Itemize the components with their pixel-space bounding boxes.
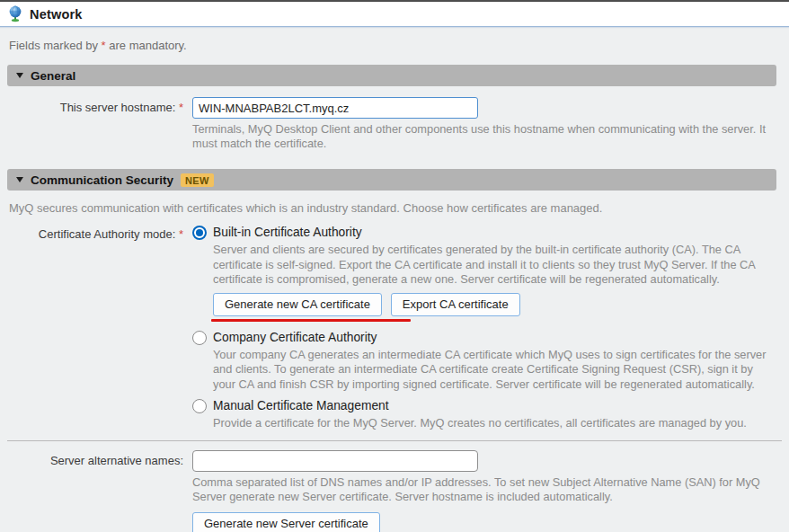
san-field-group: Comma separated list of DNS names and/or… (192, 450, 760, 532)
radio-builtin-ca[interactable]: Built-in Certificate Authority (192, 224, 772, 242)
generate-server-certificate-button[interactable]: Generate new Server certificate (192, 512, 380, 532)
collapse-triangle-icon (16, 177, 23, 182)
comm-security-intro: MyQ secures communication with certifica… (9, 201, 789, 215)
mandatory-note-suffix: are mandatory. (106, 39, 187, 52)
page-header: Network (0, 2, 789, 27)
collapse-triangle-icon (16, 73, 23, 78)
company-ca-description: Your company CA generates an intermediat… (213, 348, 772, 393)
hostname-label-text: This server hostname: (60, 101, 176, 114)
builtin-ca-description: Server and clients are secured by certif… (213, 243, 772, 288)
ca-mode-label: Certificate Authority mode: * (0, 224, 192, 242)
radio-selected-icon[interactable] (192, 226, 207, 240)
san-help: Comma separated list of DNS names and/or… (192, 475, 760, 504)
page-title: Network (30, 7, 83, 22)
radio-company-ca-label: Company Certificate Authority (213, 329, 377, 347)
radio-manual-cert-label: Manual Certificate Management (213, 397, 389, 415)
section-comm-security-title: Communication Security (31, 173, 173, 187)
radio-company-ca[interactable]: Company Certificate Authority (192, 329, 772, 347)
export-ca-certificate-button[interactable]: Export CA certificate (391, 293, 520, 316)
manual-cert-description: Provide a certificate for the MyQ Server… (213, 416, 772, 431)
radio-unselected-icon[interactable] (192, 331, 207, 345)
mandatory-note: Fields marked by * are mandatory. (9, 39, 789, 52)
hostname-input[interactable] (192, 97, 478, 119)
hostname-label: This server hostname: * (0, 97, 192, 115)
ca-mode-row: Certificate Authority mode: * Built-in C… (0, 224, 789, 431)
globe-icon (7, 5, 23, 22)
network-settings-page: Network Fields marked by * are mandatory… (0, 2, 789, 532)
builtin-ca-buttons: Generate new CA certificate Export CA ce… (213, 293, 772, 316)
section-general[interactable]: General (7, 65, 776, 86)
hostname-required-asterisk: * (179, 101, 183, 114)
san-row: Server alternative names: Comma separate… (0, 450, 789, 532)
new-badge: NEW (181, 173, 214, 187)
san-label: Server alternative names: (0, 450, 192, 468)
section-divider (7, 440, 782, 441)
radio-builtin-ca-label: Built-in Certificate Authority (213, 224, 362, 242)
ca-mode-options: Built-in Certificate Authority Server an… (192, 224, 772, 431)
generate-ca-certificate-button[interactable]: Generate new CA certificate (213, 293, 382, 316)
radio-manual-cert[interactable]: Manual Certificate Management (192, 397, 772, 415)
ca-mode-label-text: Certificate Authority mode: (39, 227, 175, 241)
hostname-row: This server hostname: * Terminals, MyQ D… (0, 97, 789, 151)
hostname-field-group: Terminals, MyQ Desktop Client and other … (192, 97, 771, 151)
radio-unselected-icon[interactable] (192, 399, 207, 413)
section-comm-security[interactable]: Communication Security NEW (7, 169, 776, 191)
section-general-title: General (31, 69, 75, 83)
ca-mode-required-asterisk: * (179, 227, 183, 241)
red-underline-annotation (211, 319, 411, 322)
hostname-help: Terminals, MyQ Desktop Client and other … (192, 122, 771, 151)
san-input[interactable] (192, 450, 478, 472)
mandatory-note-prefix: Fields marked by (9, 39, 102, 52)
